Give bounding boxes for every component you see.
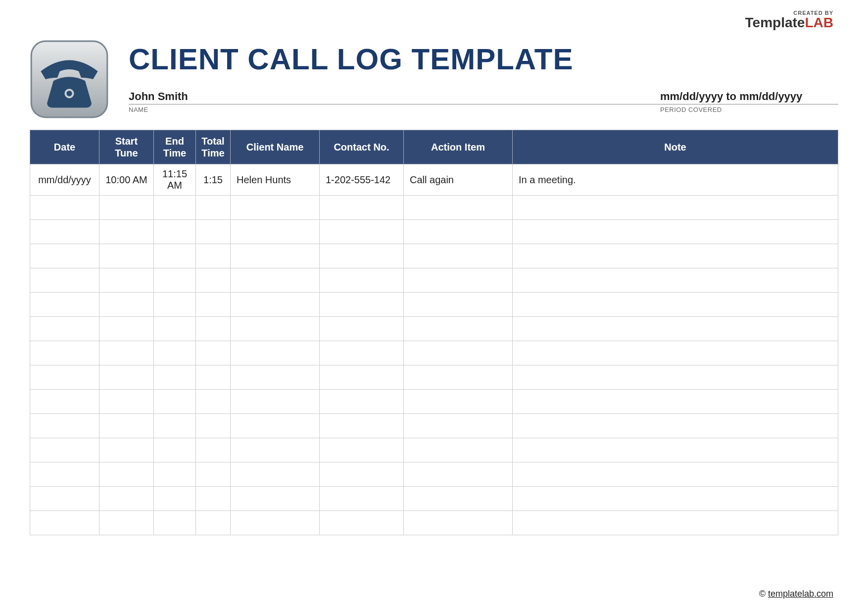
cell-total (196, 365, 231, 390)
cell-contact (320, 293, 404, 317)
cell-total (196, 438, 231, 462)
cell-end (154, 341, 196, 365)
cell-action (404, 390, 513, 414)
cell-client (231, 268, 320, 293)
cell-date (30, 293, 99, 317)
cell-end (154, 196, 196, 220)
page-title: CLIENT CALL LOG TEMPLATE (129, 42, 838, 76)
meta-name-block: John Smith NAME (129, 90, 660, 113)
cell-note (513, 341, 838, 365)
cell-date (30, 196, 99, 220)
cell-contact (320, 244, 404, 268)
header-total: Total Time (196, 130, 231, 164)
cell-note (513, 462, 838, 487)
table-row (30, 462, 838, 487)
cell-start: 10:00 AM (99, 164, 154, 196)
table-row (30, 317, 838, 341)
cell-action (404, 487, 513, 511)
cell-note (513, 365, 838, 390)
cell-start (99, 414, 154, 438)
table-row (30, 365, 838, 390)
cell-total: 1:15 (196, 164, 231, 196)
cell-action: Call again (404, 164, 513, 196)
meta-period-block: mm/dd/yyyy to mm/dd/yyyy PERIOD COVERED (660, 90, 838, 113)
header-text: CLIENT CALL LOG TEMPLATE John Smith NAME… (129, 40, 838, 113)
cell-client (231, 438, 320, 462)
table-row (30, 511, 838, 535)
cell-date (30, 244, 99, 268)
cell-client (231, 414, 320, 438)
table-row (30, 268, 838, 293)
cell-start (99, 293, 154, 317)
cell-action (404, 293, 513, 317)
cell-end (154, 244, 196, 268)
meta-name-value: John Smith (129, 90, 660, 104)
cell-total (196, 414, 231, 438)
table-row (30, 220, 838, 244)
cell-start (99, 341, 154, 365)
cell-contact (320, 220, 404, 244)
cell-note (513, 487, 838, 511)
cell-total (196, 390, 231, 414)
cell-note: In a meeting. (513, 164, 838, 196)
cell-note (513, 220, 838, 244)
cell-date (30, 220, 99, 244)
cell-client (231, 293, 320, 317)
cell-client (231, 462, 320, 487)
cell-action (404, 220, 513, 244)
cell-contact (320, 196, 404, 220)
cell-start (99, 487, 154, 511)
cell-start (99, 365, 154, 390)
cell-end (154, 293, 196, 317)
brand-name-part2: LAB (805, 15, 833, 30)
cell-start (99, 317, 154, 341)
cell-start (99, 220, 154, 244)
cell-action (404, 365, 513, 390)
cell-date (30, 511, 99, 535)
cell-note (513, 317, 838, 341)
cell-contact (320, 414, 404, 438)
cell-total (196, 220, 231, 244)
cell-action (404, 268, 513, 293)
cell-action (404, 462, 513, 487)
cell-start (99, 244, 154, 268)
cell-start (99, 462, 154, 487)
header: CLIENT CALL LOG TEMPLATE John Smith NAME… (30, 40, 838, 119)
cell-contact (320, 511, 404, 535)
meta-period-label: PERIOD COVERED (660, 104, 838, 113)
cell-start (99, 196, 154, 220)
cell-note (513, 414, 838, 438)
cell-date (30, 438, 99, 462)
cell-end (154, 438, 196, 462)
cell-action (404, 244, 513, 268)
cell-action (404, 196, 513, 220)
svg-point-3 (66, 91, 72, 96)
cell-end: 11:15 AM (154, 164, 196, 196)
cell-end (154, 317, 196, 341)
cell-client (231, 196, 320, 220)
cell-total (196, 293, 231, 317)
meta-period-value: mm/dd/yyyy to mm/dd/yyyy (660, 90, 838, 104)
cell-total (196, 511, 231, 535)
cell-total (196, 244, 231, 268)
cell-end (154, 462, 196, 487)
brand-name: TemplateLAB (745, 16, 833, 30)
cell-contact (320, 365, 404, 390)
cell-total (196, 341, 231, 365)
cell-total (196, 317, 231, 341)
cell-date (30, 462, 99, 487)
phone-icon (30, 40, 109, 119)
cell-contact (320, 317, 404, 341)
header-date: Date (30, 130, 99, 164)
cell-note (513, 390, 838, 414)
footer-url: templatelab.com (768, 589, 833, 599)
table-row (30, 293, 838, 317)
cell-start (99, 390, 154, 414)
cell-contact (320, 487, 404, 511)
cell-contact (320, 438, 404, 462)
cell-action (404, 317, 513, 341)
cell-date (30, 487, 99, 511)
cell-client (231, 487, 320, 511)
cell-note (513, 293, 838, 317)
table-row (30, 341, 838, 365)
